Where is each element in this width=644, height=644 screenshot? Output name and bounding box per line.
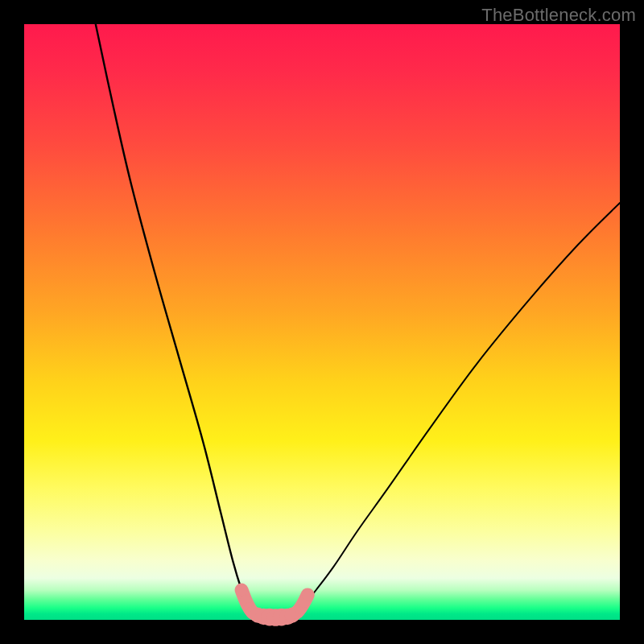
- markers-layer: [236, 584, 314, 626]
- chart-frame: TheBottleneck.com: [0, 0, 644, 644]
- marker-dot-0: [236, 584, 247, 596]
- series-left-branch: [96, 24, 254, 614]
- series-layer: [96, 24, 620, 617]
- series-right-branch: [298, 203, 620, 614]
- chart-svg: [24, 24, 620, 620]
- watermark-text: TheBottleneck.com: [481, 5, 636, 26]
- marker-dot-14: [302, 589, 313, 601]
